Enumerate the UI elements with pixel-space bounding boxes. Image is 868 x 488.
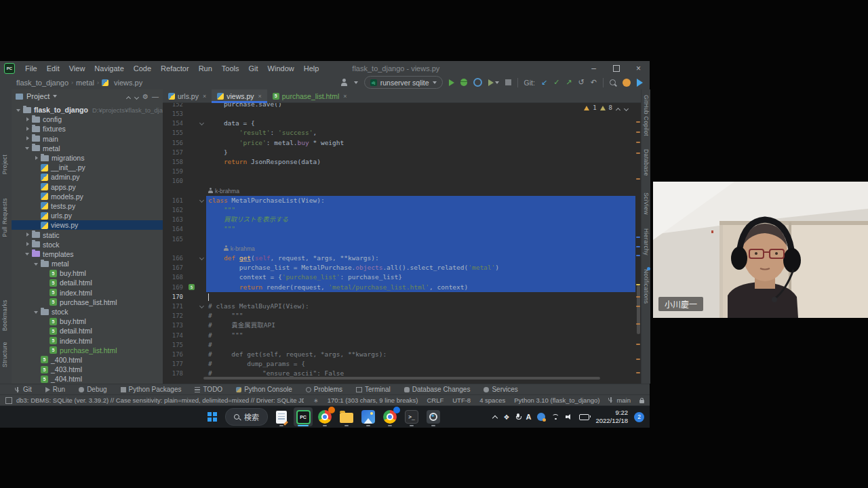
breadcrumb-item[interactable]: metal — [76, 79, 94, 87]
error-stripe-mark[interactable] — [636, 178, 640, 180]
taskbar-app-chrome-blue[interactable] — [380, 407, 399, 426]
menu-refactor[interactable]: Refactor — [156, 64, 194, 73]
toolwindow-todo[interactable]: TODO — [195, 386, 222, 393]
code-line[interactable]: 161class MetalPurchaseList(View): — [163, 196, 635, 205]
search-everywhere-icon[interactable] — [610, 79, 616, 86]
tree-item-stock[interactable]: stock — [12, 307, 163, 317]
toolwindow-git[interactable]: Git — [15, 386, 32, 393]
tool-stripe-sciview[interactable]: SciView — [643, 192, 650, 215]
template-gutter-icon[interactable]: 5 — [189, 284, 195, 290]
taskbar-search[interactable]: 検索 — [225, 408, 268, 426]
close-tab-icon[interactable]: × — [343, 93, 347, 100]
code-line[interactable]: 153 — [163, 109, 635, 119]
code-line[interactable]: 171# class MetalBuyAPI(View): — [163, 302, 635, 311]
git-branch-indicator[interactable]: main — [608, 396, 631, 404]
tree-item-admin-py[interactable]: admin.py — [12, 172, 163, 182]
code-line[interactable]: 154 data = { — [163, 119, 635, 128]
taskbar-app-magnifier[interactable] — [424, 407, 443, 426]
presence-icon[interactable] — [537, 413, 545, 421]
code-line[interactable]: 172# """ — [163, 311, 635, 321]
menu-code[interactable]: Code — [129, 64, 156, 73]
vertical-scrollbar[interactable] — [637, 285, 640, 334]
code-author-inlay[interactable]: k-brahma — [163, 186, 635, 196]
code-line[interactable]: 162 """ — [163, 205, 635, 215]
chevron-down-icon[interactable] — [53, 95, 57, 98]
panel-settings-icon[interactable]: ⚙ — [142, 93, 149, 100]
menu-git[interactable]: Git — [244, 64, 263, 73]
user-account-icon[interactable] — [340, 79, 348, 86]
code-line[interactable]: 177# dump_params = { — [163, 359, 635, 369]
close-tab-icon[interactable]: × — [203, 93, 206, 100]
code-line[interactable]: 164 """ — [163, 224, 635, 234]
code-line[interactable]: 160 — [163, 176, 635, 186]
caret-position[interactable]: 170:1 (303 chars, 9 line breaks) — [328, 396, 418, 404]
chevron-collapsed-icon[interactable] — [33, 155, 39, 161]
interpreter-indicator[interactable]: Python 3.10 (flask_to_django) — [514, 396, 599, 404]
ime-mode-indicator[interactable]: A — [526, 413, 532, 421]
ide-plugin-icon[interactable] — [637, 79, 643, 87]
fold-marker-icon[interactable] — [199, 121, 204, 125]
battery-icon[interactable] — [579, 414, 589, 420]
error-stripe-mark[interactable] — [636, 372, 640, 373]
menu-run[interactable]: Run — [194, 64, 217, 73]
tree-item-index-html[interactable]: 5index.html — [12, 336, 163, 346]
tree-item-detail-html[interactable]: 5detail.html — [12, 278, 163, 287]
code-line[interactable]: 174# """ — [163, 331, 635, 340]
indent-indicator[interactable]: 4 spaces — [479, 396, 505, 404]
toolwindow-python-packages[interactable]: Python Packages — [121, 386, 182, 393]
error-stripe-mark[interactable] — [636, 323, 640, 325]
debug-button[interactable] — [460, 79, 467, 86]
wifi-icon[interactable] — [551, 414, 559, 420]
code-line[interactable]: 165 — [163, 235, 635, 244]
chevron-collapsed-icon[interactable] — [24, 117, 31, 123]
toolwindow-terminal[interactable]: Terminal — [356, 386, 391, 393]
taskbar-app-pycharm[interactable]: PC — [294, 407, 313, 426]
code-line[interactable]: 1695 return render(request, 'metal/purch… — [163, 283, 635, 292]
code-line[interactable]: 175# — [163, 340, 635, 350]
project-panel-title[interactable]: Project — [26, 92, 50, 100]
tree-item-_400-html[interactable]: 5_400.html — [12, 355, 163, 365]
tree-item-detail-html[interactable]: 5detail.html — [12, 326, 163, 336]
git-push-button[interactable]: ↗ — [566, 79, 572, 86]
code-line[interactable]: 152 purchase.save() — [163, 102, 635, 109]
encoding-indicator[interactable]: UTF-8 — [452, 396, 471, 404]
tree-item-__init__-py[interactable]: __init__.py — [12, 163, 163, 172]
toolwindow-services[interactable]: Services — [484, 386, 517, 393]
error-stripe-mark[interactable] — [636, 152, 640, 154]
tree-item-metal[interactable]: metal — [12, 259, 163, 268]
chevron-expanded-icon[interactable] — [33, 261, 39, 267]
code-line[interactable]: 173# 貴金属買取API — [163, 321, 635, 330]
error-stripe-mark[interactable] — [636, 237, 640, 238]
previous-problem-icon[interactable] — [616, 106, 620, 110]
tool-stripe-structure[interactable]: Structure — [1, 342, 8, 367]
tree-item-models-py[interactable]: models.py — [12, 192, 163, 201]
tree-item-buy-html[interactable]: 5buy.html — [12, 317, 163, 326]
dropbox-icon[interactable]: ❖ — [504, 413, 510, 421]
coverage-button[interactable] — [488, 79, 499, 86]
start-button[interactable] — [203, 408, 221, 426]
microphone-icon[interactable] — [516, 413, 520, 420]
line-ending-indicator[interactable]: CRLF — [427, 396, 443, 404]
hide-panel-icon[interactable]: — — [152, 93, 159, 100]
taskbar-app-photos[interactable] — [359, 407, 378, 426]
tool-stripe-database[interactable]: Database — [643, 149, 650, 176]
tree-item-_404-html[interactable]: 5_404.html — [12, 374, 163, 384]
tree-item-views-py[interactable]: views.py — [12, 220, 163, 230]
menu-edit[interactable]: Edit — [42, 64, 64, 73]
code-line[interactable]: 158 return JsonResponse(data) — [163, 157, 635, 167]
code-author-inlay[interactable]: k-brahma — [163, 244, 635, 253]
run-button[interactable] — [449, 79, 454, 86]
code-line[interactable]: 157 } — [163, 148, 635, 157]
toolwindow-run[interactable]: Run — [45, 386, 65, 393]
menu-tools[interactable]: Tools — [217, 64, 244, 73]
code-line[interactable]: 176# def get(self, request, *args, **kwa… — [163, 350, 635, 359]
menu-window[interactable]: Window — [263, 64, 299, 73]
scroll-to-source-icon[interactable] — [126, 94, 131, 99]
taskbar-clock[interactable]: 9:22 2022/12/18 — [595, 409, 628, 425]
run-configuration-select[interactable]: dj runserver sqlite — [364, 76, 443, 89]
git-update-button[interactable]: ↙ — [541, 79, 547, 86]
code-line[interactable]: 156 'price': metal.buy * weight — [163, 138, 635, 148]
tool-stripe-notifications[interactable]: Notifications — [643, 269, 650, 304]
tab-views-py[interactable]: views.py× — [212, 89, 267, 102]
next-problem-icon[interactable] — [624, 106, 629, 110]
